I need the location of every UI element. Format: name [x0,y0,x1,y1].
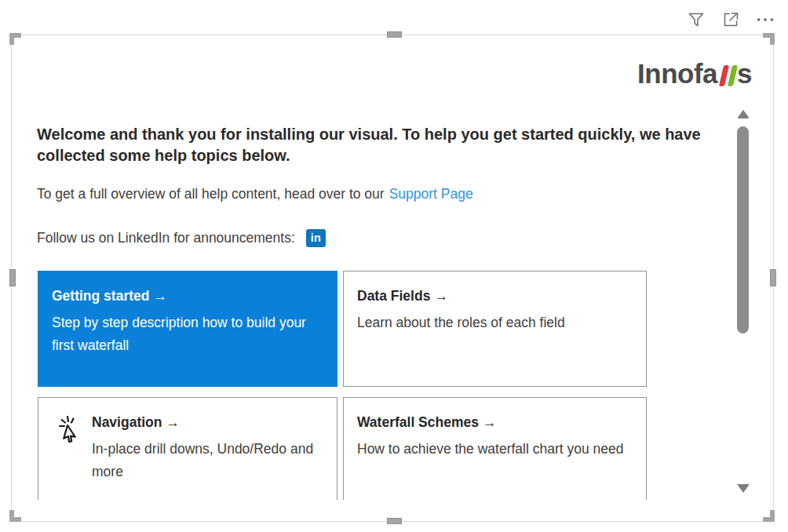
powerbi-visual-canvas: { "visual_header": { "icons": [ { "name"… [0,0,788,532]
card-body: In-place drill downs, Undo/Redo and more [92,438,324,483]
linkedin-text: Follow us on LinkedIn for announcements: [37,230,295,246]
resize-handle-left[interactable] [9,269,16,286]
resize-handle-top-right[interactable] [763,33,775,45]
card-text: Navigation → In-place drill downs, Undo/… [92,414,324,500]
card-getting-started[interactable]: Getting started → Step by step descripti… [38,271,337,387]
scroll-down-arrow-icon[interactable] [737,484,750,493]
scrollbar [735,108,752,501]
focus-mode-icon[interactable] [721,9,741,30]
innofalls-logo: Innofa s [637,60,752,87]
help-topics-grid: Getting started → Step by step descripti… [38,271,647,500]
card-body: Learn about the roles of each field [357,312,633,334]
filter-icon[interactable] [686,9,706,30]
more-options-icon[interactable] [755,9,775,30]
logo-text-after: s [737,60,752,87]
card-title: Data Fields → [357,288,633,304]
card-navigation[interactable]: Navigation → In-place drill downs, Undo/… [38,397,337,500]
welcome-heading: Welcome and thank you for installing our… [37,124,720,166]
resize-handle-bottom[interactable] [387,518,402,524]
scrollbar-thumb[interactable] [737,126,749,333]
card-body: Step by step description how to build yo… [52,312,324,357]
resize-handle-bottom-left[interactable] [9,510,21,522]
card-body: How to achieve the waterfall chart you n… [357,438,633,461]
support-page-link[interactable]: Support Page [389,186,473,202]
resize-handle-top-left[interactable] [9,33,21,45]
card-data-fields[interactable]: Data Fields → Learn about the roles of e… [343,271,647,387]
support-line: To get a full overview of all help conte… [37,186,473,202]
card-title: Waterfall Schemes → [357,414,633,431]
resize-handle-top[interactable] [387,31,402,38]
support-text: To get a full overview of all help conte… [37,186,385,202]
card-title: Navigation → [92,414,324,431]
resize-handle-bottom-right[interactable] [763,510,775,522]
card-title: Getting started → [52,288,324,304]
visual-header [686,9,775,30]
linkedin-icon[interactable]: in [306,229,326,247]
logo-text-before: Innofa [637,60,717,87]
scroll-up-arrow-icon[interactable] [737,110,750,118]
cursor-click-icon [59,414,92,500]
card-waterfall-schemes[interactable]: Waterfall Schemes → How to achieve the w… [343,397,647,500]
linkedin-line: Follow us on LinkedIn for announcements:… [37,229,326,247]
resize-handle-right[interactable] [770,269,776,286]
